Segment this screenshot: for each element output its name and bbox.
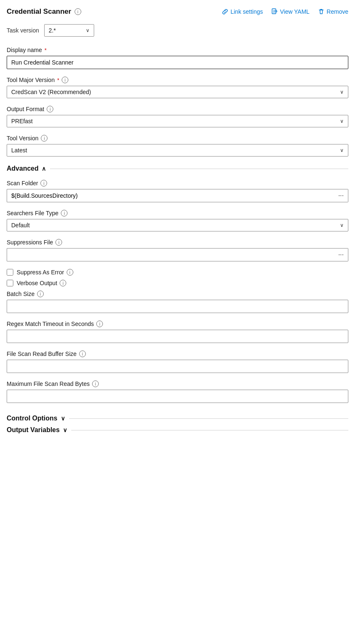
page-title: Credential Scanner	[7, 7, 71, 16]
scan-folder-group: Scan Folder i ···	[7, 180, 348, 202]
scan-folder-info-icon[interactable]: i	[40, 180, 47, 186]
remove-label: Remove	[327, 8, 348, 15]
task-version-chevron-icon: ∨	[86, 27, 90, 33]
batch-size-label-row: Batch Size i	[7, 291, 348, 297]
verbose-output-checkbox[interactable]	[7, 280, 13, 286]
tool-major-version-label: Tool Major Version	[7, 77, 55, 83]
scan-folder-label: Scan Folder	[7, 180, 38, 186]
batch-size-info-icon[interactable]: i	[37, 291, 44, 297]
file-scan-read-buffer-size-label: File Scan Read Buffer Size	[7, 351, 77, 357]
view-yaml-button[interactable]: View YAML	[271, 8, 310, 15]
tool-version-info-icon[interactable]: i	[41, 135, 48, 142]
output-format-chevron-icon: ∨	[340, 118, 344, 124]
suppressions-file-label: Suppressions File	[7, 239, 53, 246]
tool-major-version-select[interactable]: CredScan V2 (Recommended) ∨	[7, 86, 348, 98]
searchers-file-type-value: Default	[11, 222, 30, 229]
regex-match-timeout-label: Regex Match Timeout in Seconds	[7, 321, 94, 327]
scan-folder-input-group: ···	[7, 189, 348, 202]
suppress-as-error-row: Suppress As Error i	[7, 269, 348, 276]
task-version-row: Task version 2.* ∨	[7, 24, 348, 37]
advanced-section-header[interactable]: Advanced ∧	[7, 165, 348, 172]
file-scan-read-buffer-size-info-icon[interactable]: i	[79, 351, 86, 357]
output-format-info-icon[interactable]: i	[47, 106, 53, 112]
batch-size-input[interactable]	[7, 300, 348, 313]
file-scan-read-buffer-size-label-row: File Scan Read Buffer Size i	[7, 351, 348, 357]
scan-folder-browse-button[interactable]: ···	[334, 189, 348, 202]
searchers-file-type-label: Searchers File Type	[7, 210, 58, 216]
regex-match-timeout-info-icon[interactable]: i	[96, 321, 103, 327]
view-yaml-icon	[271, 8, 278, 15]
page-container: Credential Scanner i Link settings	[0, 0, 355, 446]
max-file-scan-read-bytes-info-icon[interactable]: i	[92, 380, 99, 387]
view-yaml-label: View YAML	[280, 8, 310, 15]
max-file-scan-read-bytes-label-row: Maximum File Scan Read Bytes i	[7, 380, 348, 387]
file-scan-read-buffer-size-input[interactable]	[7, 360, 348, 373]
display-name-group: Display name *	[7, 47, 348, 69]
tool-major-version-group: Tool Major Version * i CredScan V2 (Reco…	[7, 77, 348, 98]
verbose-output-label: Verbose Output	[17, 280, 57, 286]
suppress-as-error-checkbox[interactable]	[7, 269, 13, 276]
tool-version-select[interactable]: Latest ∨	[7, 144, 348, 157]
regex-match-timeout-group: Regex Match Timeout in Seconds i	[7, 321, 348, 343]
searchers-file-type-chevron-icon: ∨	[340, 222, 344, 228]
tool-version-chevron-icon: ∨	[340, 147, 344, 153]
header-left: Credential Scanner i	[7, 7, 81, 16]
searchers-file-type-info-icon[interactable]: i	[61, 210, 68, 216]
tool-version-value: Latest	[11, 147, 27, 154]
header-actions: Link settings View YAML	[222, 8, 348, 15]
verbose-output-label-group: Verbose Output i	[17, 280, 66, 286]
display-name-label: Display name	[7, 47, 42, 53]
link-settings-button[interactable]: Link settings	[222, 8, 263, 15]
suppressions-file-info-icon[interactable]: i	[55, 239, 62, 246]
tool-major-version-required: *	[57, 77, 59, 83]
control-options-title: Control Options ∨	[7, 415, 65, 422]
remove-icon	[318, 8, 325, 15]
output-variables-chevron-icon: ∨	[63, 427, 67, 433]
searchers-file-type-select[interactable]: Default ∨	[7, 219, 348, 231]
tool-major-version-info-icon[interactable]: i	[62, 77, 68, 83]
max-file-scan-read-bytes-input[interactable]	[7, 390, 348, 403]
link-settings-label: Link settings	[230, 8, 263, 15]
max-file-scan-read-bytes-group: Maximum File Scan Read Bytes i	[7, 380, 348, 403]
control-options-label: Control Options	[7, 415, 58, 422]
task-version-select[interactable]: 2.* ∨	[44, 24, 94, 37]
title-info-icon[interactable]: i	[75, 8, 81, 15]
advanced-label: Advanced	[7, 165, 38, 172]
suppressions-file-browse-button[interactable]: ···	[334, 248, 348, 261]
suppress-as-error-label: Suppress As Error	[17, 269, 64, 276]
page-header: Credential Scanner i Link settings	[7, 7, 348, 16]
regex-match-timeout-input[interactable]	[7, 330, 348, 343]
control-options-line	[69, 418, 348, 419]
control-options-chevron-icon: ∨	[61, 415, 65, 422]
tool-version-group: Tool Version i Latest ∨	[7, 135, 348, 157]
tool-major-version-value: CredScan V2 (Recommended)	[11, 89, 91, 95]
display-name-label-row: Display name *	[7, 47, 348, 53]
control-options-section[interactable]: Control Options ∨	[7, 415, 348, 422]
remove-button[interactable]: Remove	[318, 8, 348, 15]
regex-match-timeout-label-row: Regex Match Timeout in Seconds i	[7, 321, 348, 327]
output-format-select[interactable]: PREfast ∨	[7, 115, 348, 127]
batch-size-label: Batch Size	[7, 291, 35, 297]
suppressions-file-label-row: Suppressions File i	[7, 239, 348, 246]
output-format-value: PREfast	[11, 118, 32, 124]
display-name-input[interactable]	[7, 56, 348, 69]
advanced-chevron-icon: ∧	[42, 165, 46, 172]
suppress-as-error-info-icon[interactable]: i	[67, 269, 73, 276]
output-variables-section[interactable]: Output Variables ∨	[7, 426, 348, 434]
advanced-section-line	[50, 169, 348, 169]
suppressions-file-group: Suppressions File i ···	[7, 239, 348, 261]
output-format-group: Output Format i PREfast ∨	[7, 106, 348, 127]
scan-folder-input[interactable]	[7, 189, 334, 202]
suppressions-file-input-group: ···	[7, 248, 348, 261]
suppressions-file-input[interactable]	[7, 248, 334, 261]
tool-major-version-label-row: Tool Major Version * i	[7, 77, 348, 83]
advanced-section-title: Advanced ∧	[7, 165, 46, 172]
verbose-output-row: Verbose Output i	[7, 280, 348, 286]
output-format-label-row: Output Format i	[7, 106, 348, 112]
verbose-output-info-icon[interactable]: i	[60, 280, 66, 286]
tool-version-label-row: Tool Version i	[7, 135, 348, 142]
output-variables-title: Output Variables ∨	[7, 426, 67, 434]
display-name-required: *	[45, 47, 47, 53]
tool-version-label: Tool Version	[7, 135, 38, 142]
output-variables-line	[71, 430, 348, 430]
